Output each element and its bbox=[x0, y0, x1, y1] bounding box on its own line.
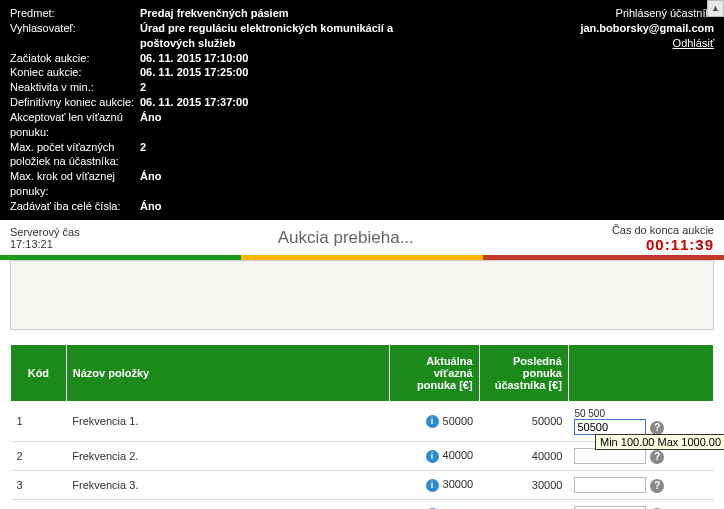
neaktivita-value: 2 bbox=[140, 80, 146, 95]
vyhlasovatel-value: Úrad pre reguláciu elektronických komuni… bbox=[140, 21, 420, 51]
cele-value: Áno bbox=[140, 199, 161, 214]
akcept-label: Akceptovať len víťaznú ponuku: bbox=[10, 110, 140, 140]
help-icon[interactable]: ? bbox=[650, 450, 664, 464]
cell-last: 20000 bbox=[479, 500, 568, 509]
th-kod: Kód bbox=[11, 344, 67, 401]
server-time-value: 17:13:21 bbox=[10, 238, 80, 250]
time-to-end-value: 00:11:39 bbox=[612, 236, 714, 253]
cell-win: i50000 bbox=[390, 401, 479, 441]
message-panel bbox=[10, 260, 714, 330]
th-win: Aktuálna víťazná ponuka [€] bbox=[390, 344, 479, 401]
time-to-end-label: Čas do konca aukcie bbox=[612, 224, 714, 236]
status-bar: Serverový čas 17:13:21 Aukcia prebieha..… bbox=[0, 220, 724, 255]
maxkrok-label: Max. krok od víťaznej ponuky: bbox=[10, 169, 140, 199]
cell-win: i20000 bbox=[390, 500, 479, 509]
info-icon[interactable]: i bbox=[426, 450, 439, 463]
info-icon[interactable]: i bbox=[426, 415, 439, 428]
cell-nazov: Frekvencia 4. bbox=[66, 500, 390, 509]
help-icon[interactable]: ? bbox=[650, 479, 664, 493]
cell-nazov: Frekvencia 3. bbox=[66, 471, 390, 500]
neaktivita-label: Neaktivita v min.: bbox=[10, 80, 140, 95]
vyhlasovatel-label: Vyhlasovateľ: bbox=[10, 21, 140, 36]
help-icon[interactable]: ? bbox=[650, 421, 664, 435]
maxkrok-value: Áno bbox=[140, 169, 161, 184]
cell-input: ? bbox=[568, 500, 713, 509]
bid-hint: 50 500 bbox=[574, 408, 707, 419]
cell-last: 40000 bbox=[479, 441, 568, 470]
scroll-up-icon[interactable]: ▲ bbox=[707, 0, 724, 17]
zaciatok-label: Začiatok aukcie: bbox=[10, 51, 140, 66]
koniec-value: 06. 11. 2015 17:25:00 bbox=[140, 65, 248, 80]
bid-input[interactable] bbox=[574, 477, 646, 493]
cell-kod: 4 bbox=[11, 500, 67, 509]
login-label: Prihlásený účastník: bbox=[580, 6, 714, 21]
info-icon[interactable]: i bbox=[426, 479, 439, 492]
maxpol-label: Max. počet víťazných položiek na účastní… bbox=[10, 140, 140, 170]
cell-kod: 2 bbox=[11, 441, 67, 470]
koniec-label: Koniec aukcie: bbox=[10, 65, 140, 80]
maxpol-value: 2 bbox=[140, 140, 146, 155]
th-last: Posledná ponuka účastníka [€] bbox=[479, 344, 568, 401]
logout-link[interactable]: Odhlásiť bbox=[580, 36, 714, 51]
zaciatok-value: 06. 11. 2015 17:10:00 bbox=[140, 51, 248, 66]
cele-label: Zadávať iba celé čísla: bbox=[10, 199, 140, 214]
bid-input[interactable] bbox=[574, 419, 646, 435]
cell-win: i40000 bbox=[390, 441, 479, 470]
cell-win: i30000 bbox=[390, 471, 479, 500]
cell-kod: 1 bbox=[11, 401, 67, 441]
cell-last: 30000 bbox=[479, 471, 568, 500]
defkoniec-value: 06. 11. 2015 17:37:00 bbox=[140, 95, 248, 110]
cell-input: ? bbox=[568, 471, 713, 500]
auction-status: Aukcia prebieha... bbox=[80, 228, 612, 248]
predmet-label: Predmet: bbox=[10, 6, 140, 21]
bid-input[interactable] bbox=[574, 448, 646, 464]
items-table: Kód Názov položky Aktuálna víťazná ponuk… bbox=[10, 344, 714, 509]
cell-kod: 3 bbox=[11, 471, 67, 500]
table-row: 3Frekvencia 3.i3000030000? bbox=[11, 471, 714, 500]
cell-nazov: Frekvencia 1. bbox=[66, 401, 390, 441]
akcept-value: Áno bbox=[140, 110, 161, 125]
cell-last: 50000 bbox=[479, 401, 568, 441]
cell-nazov: Frekvencia 2. bbox=[66, 441, 390, 470]
th-nazov: Názov položky bbox=[66, 344, 390, 401]
progress-strip bbox=[0, 255, 724, 260]
predmet-value: Predaj frekvenčných pásiem bbox=[140, 6, 289, 21]
login-user: jan.boborsky@gmail.com bbox=[580, 21, 714, 36]
header-panel: Predmet:Predaj frekvenčných pásiem Vyhla… bbox=[0, 0, 724, 220]
th-input bbox=[568, 344, 713, 401]
defkoniec-label: Definitívny koniec aukcie: bbox=[10, 95, 140, 110]
table-row: 4Frekvencia 4.i2000020000? bbox=[11, 500, 714, 509]
server-time-label: Serverový čas bbox=[10, 226, 80, 238]
range-tooltip: Min 100.00 Max 1000.00 bbox=[595, 434, 724, 450]
